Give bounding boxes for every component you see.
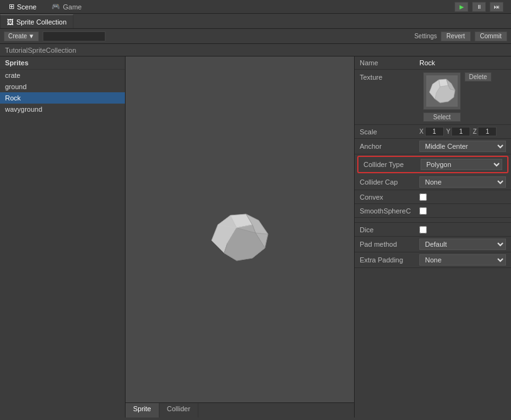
preview-bottom-tabs: Sprite Collider [126,402,354,417]
sprite-item-ground[interactable]: ground [0,81,125,92]
game-tab[interactable]: 🎮 Game [45,1,88,12]
tab-bar: 🖼 Sprite Collection [0,14,511,29]
search-input[interactable] [43,31,105,41]
dice-label: Dice [360,226,419,234]
scale-z-axis: Z [473,128,476,135]
pad-method-label: Pad method [360,240,419,248]
divider [355,218,511,223]
scale-x-axis: X [419,128,424,135]
top-header: ⊞ Scene 🎮 Game ▶ ⏸ ⏭ [0,0,511,14]
sprite-collection-tab-label: Sprite Collection [16,18,67,26]
texture-row: Texture Delete Select [355,70,511,125]
tab-collider[interactable]: Collider [159,403,198,417]
create-button[interactable]: Create ▼ [4,31,39,41]
scene-tab-label: Scene [17,3,36,11]
texture-delete-button[interactable]: Delete [465,72,492,82]
sprites-panel: Sprites crate ground Rock wavyground [0,57,126,417]
collider-type-row: Collider Type Polygon Box None [357,156,508,173]
convex-checkbox[interactable] [419,193,427,201]
pad-method-row: Pad method Default None [355,237,511,252]
properties-panel: Name Rock Texture [354,57,511,417]
extra-padding-dropdown[interactable]: None 1 2 [419,254,506,266]
sprite-item-wavyground[interactable]: wavyground [0,104,125,115]
collider-cap-row: Collider Cap None Circle [355,175,511,190]
convex-label: Convex [360,193,419,201]
convex-row: Convex [355,190,511,204]
pause-button[interactable]: ⏸ [472,2,486,12]
breadcrumb-bar: TutorialSpriteCollection [0,44,511,57]
dice-checkbox[interactable] [419,226,427,234]
scale-y-axis: Y [446,128,451,135]
main-layout: Sprites crate ground Rock wavyground [0,57,511,417]
tab-sprite[interactable]: Sprite [126,403,159,417]
content-toolbar: Create ▼ Settings Revert Commit [0,29,511,44]
name-value: Rock [419,59,435,67]
sprites-header: Sprites [0,57,125,70]
anchor-dropdown[interactable]: Middle Center Top Left Top Right Bottom … [419,141,506,152]
preview-panel: Sprite Collider [126,57,354,417]
revert-button[interactable]: Revert [441,31,470,41]
smooth-sphere-row: SmoothSphereC [355,204,511,218]
name-label: Name [360,59,419,67]
sprite-item-rock[interactable]: Rock [0,92,125,104]
create-label: Create [8,33,27,40]
scale-z-input[interactable] [478,127,497,136]
game-icon: 🎮 [51,3,60,11]
scene-icon: ⊞ [9,3,14,11]
texture-thumb-image [426,75,458,107]
texture-select-button[interactable]: Select [423,112,461,122]
texture-thumbnail[interactable] [423,72,461,110]
play-button[interactable]: ▶ [455,2,468,12]
extra-padding-row: Extra Padding None 1 2 [355,252,511,268]
name-row: Name Rock [355,57,511,70]
rock-preview-svg [205,209,274,266]
scale-y-input[interactable] [451,127,470,136]
sprite-collection-tab[interactable]: 🖼 Sprite Collection [0,14,73,28]
scale-y-field: Y [446,127,471,136]
commit-button[interactable]: Commit [475,31,507,41]
toolbar-right: Settings Revert Commit [414,31,507,41]
scale-fields: X Y Z [419,127,506,136]
sprite-item-crate[interactable]: crate [0,70,125,81]
scale-label: Scale [360,128,419,136]
scene-tab[interactable]: ⊞ Scene [3,1,43,12]
scale-row: Scale X Y Z [355,125,511,139]
anchor-row: Anchor Middle Center Top Left Top Right … [355,139,511,154]
step-button[interactable]: ⏭ [490,2,503,12]
pad-method-dropdown[interactable]: Default None [419,239,506,250]
scale-z-field: Z [473,127,497,136]
sprite-collection-icon: 🖼 [7,18,14,26]
create-chevron-icon: ▼ [28,33,35,40]
collider-cap-label: Collider Cap [360,178,419,186]
breadcrumb: TutorialSpriteCollection [5,46,76,54]
anchor-label: Anchor [360,143,419,150]
smooth-sphere-label: SmoothSphereC [360,207,419,215]
scale-x-field: X [419,127,444,136]
extra-padding-label: Extra Padding [360,256,419,264]
toolbar-left: Create ▼ [4,31,105,41]
collider-cap-dropdown[interactable]: None Circle [419,176,506,188]
preview-image [205,209,274,266]
scale-x-input[interactable] [425,127,444,136]
smooth-sphere-checkbox[interactable] [419,207,427,215]
settings-button[interactable]: Settings [414,33,437,40]
game-tab-label: Game [63,3,82,11]
collider-type-label: Collider Type [363,161,421,168]
collider-type-dropdown[interactable]: Polygon Box None [421,159,502,170]
dice-row: Dice [355,223,511,237]
texture-label: Texture [360,72,419,81]
playback-controls: ▶ ⏸ ⏭ [455,2,503,12]
